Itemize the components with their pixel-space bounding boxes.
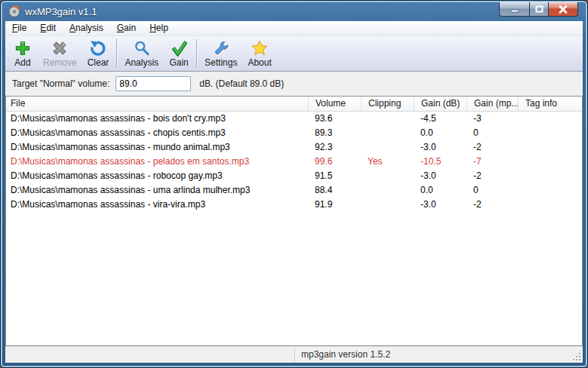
cell-gain-mp3: -2 <box>466 140 518 155</box>
clear-button-label: Clear <box>88 57 109 68</box>
column-header-gain-db[interactable]: Gain (dB) <box>414 97 466 111</box>
minimize-icon <box>510 6 519 13</box>
cell-gain-db: -4.5 <box>414 112 466 126</box>
cell-tag-info <box>518 126 582 140</box>
cell-file: D:\Musicas\mamonas assassinas - pelados … <box>6 155 308 169</box>
cell-tag-info <box>518 140 582 155</box>
toolbar: Add Remove Clear Analysis <box>5 36 583 72</box>
table-row[interactable]: D:\Musicas\mamonas assassinas - vira-vir… <box>6 198 582 212</box>
maximize-button[interactable] <box>529 2 549 17</box>
cell-clipping: Yes <box>361 155 414 169</box>
gain-check-icon <box>171 40 187 57</box>
settings-button[interactable]: Settings <box>199 38 242 69</box>
toolbar-separator <box>196 39 197 68</box>
cell-gain-db: 0.0 <box>414 183 466 198</box>
analysis-button[interactable]: Analysis <box>119 38 164 69</box>
maximize-icon <box>535 5 543 13</box>
table-row[interactable]: D:\Musicas\mamonas assassinas - uma arli… <box>6 183 582 198</box>
cell-gain-mp3: 0 <box>466 183 518 198</box>
cell-clipping <box>361 198 414 212</box>
file-list: File Volume Clipping Gain (dB) Gain (mp.… <box>5 96 583 346</box>
settings-button-label: Settings <box>205 57 237 68</box>
menu-analysis[interactable]: Analysis <box>63 21 110 35</box>
menu-bar: File Edit Analysis Gain Help <box>5 21 583 36</box>
table-row[interactable]: D:\Musicas\mamonas assassinas - mundo an… <box>6 140 582 155</box>
cell-clipping <box>361 112 414 126</box>
minimize-button[interactable] <box>499 2 529 17</box>
cell-volume: 92.3 <box>308 140 361 155</box>
app-icon <box>8 5 20 17</box>
cell-tag-info <box>518 183 582 198</box>
cell-gain-mp3: -7 <box>466 155 518 169</box>
target-volume-row: Target "Normal" volume: dB. (Default 89.… <box>5 72 583 96</box>
table-row[interactable]: D:\Musicas\mamonas assassinas - pelados … <box>6 155 582 169</box>
close-button[interactable] <box>549 2 578 17</box>
target-volume-label: Target "Normal" volume: <box>12 78 109 89</box>
cell-tag-info <box>518 155 582 169</box>
cell-volume: 99.6 <box>308 155 361 169</box>
column-header-tag-info[interactable]: Tag info <box>518 97 582 111</box>
cell-clipping <box>361 126 414 140</box>
status-bar: mp3gain version 1.5.2 <box>5 346 583 363</box>
toolbar-separator <box>116 39 117 68</box>
menu-edit[interactable]: Edit <box>33 21 63 35</box>
cell-gain-mp3: -3 <box>466 112 518 126</box>
cell-tag-info <box>518 198 582 212</box>
cell-tag-info <box>518 169 582 183</box>
menu-help[interactable]: Help <box>143 21 175 35</box>
analysis-button-label: Analysis <box>125 57 159 68</box>
cell-file: D:\Musicas\mamonas assassinas - bois don… <box>6 112 308 126</box>
cell-gain-db: -10.5 <box>414 155 466 169</box>
menu-gain[interactable]: Gain <box>110 21 143 35</box>
cell-clipping <box>361 183 414 198</box>
target-volume-suffix: dB. (Default 89.0 dB) <box>199 78 284 89</box>
about-star-icon <box>251 40 268 57</box>
gain-button[interactable]: Gain <box>164 38 194 69</box>
cell-volume: 88.4 <box>308 183 361 198</box>
cell-gain-mp3: -2 <box>466 169 518 183</box>
window-controls <box>499 2 578 17</box>
cell-volume: 93.6 <box>308 112 361 126</box>
cell-gain-mp3: 0 <box>466 126 518 140</box>
close-icon <box>559 5 568 14</box>
cell-gain-db: -3.0 <box>414 198 466 212</box>
resize-grip[interactable] <box>572 352 581 361</box>
cell-gain-db: -3.0 <box>414 169 466 183</box>
clear-button[interactable]: Clear <box>82 38 115 69</box>
clear-undo-icon <box>90 40 106 57</box>
remove-x-icon <box>51 40 68 57</box>
about-button[interactable]: About <box>242 38 276 69</box>
column-header-file[interactable]: File <box>6 97 308 111</box>
app-window: wxMP3gain v1.1 File Edit Analysis G <box>0 0 588 368</box>
table-row[interactable]: D:\Musicas\mamonas assassinas - robocop … <box>6 169 582 183</box>
cell-clipping <box>361 169 414 183</box>
cell-file: D:\Musicas\mamonas assassinas - mundo an… <box>6 140 308 155</box>
file-list-header: File Volume Clipping Gain (dB) Gain (mp.… <box>6 97 582 112</box>
table-row[interactable]: D:\Musicas\mamonas assassinas - bois don… <box>6 112 582 126</box>
settings-wrench-icon <box>213 40 229 57</box>
column-header-clipping[interactable]: Clipping <box>361 97 414 111</box>
cell-volume: 91.9 <box>308 198 361 212</box>
add-button-label: Add <box>14 57 30 68</box>
column-header-volume[interactable]: Volume <box>308 97 361 111</box>
remove-button[interactable]: Remove <box>38 38 82 69</box>
status-pane-left <box>5 347 295 363</box>
cell-clipping <box>361 140 414 155</box>
cell-gain-db: -3.0 <box>414 140 466 155</box>
remove-button-label: Remove <box>43 57 77 68</box>
cell-file: D:\Musicas\mamonas assassinas - robocop … <box>6 169 308 183</box>
cell-file: D:\Musicas\mamonas assassinas - chopis c… <box>6 126 308 140</box>
cell-file: D:\Musicas\mamonas assassinas - uma arli… <box>6 183 308 198</box>
table-row[interactable]: D:\Musicas\mamonas assassinas - chopis c… <box>6 126 582 140</box>
cell-tag-info <box>518 112 582 126</box>
add-plus-icon <box>14 40 31 57</box>
analysis-magnifier-icon <box>134 40 150 57</box>
column-header-gain-mp3[interactable]: Gain (mp... <box>466 97 518 111</box>
status-version-text: mp3gain version 1.5.2 <box>295 347 583 363</box>
window-title: wxMP3gain v1.1 <box>25 6 97 17</box>
cell-volume: 91.5 <box>308 169 361 183</box>
menu-file[interactable]: File <box>5 21 33 35</box>
title-bar: wxMP3gain v1.1 <box>5 1 583 21</box>
target-volume-input[interactable] <box>115 76 191 91</box>
add-button[interactable]: Add <box>8 38 38 69</box>
